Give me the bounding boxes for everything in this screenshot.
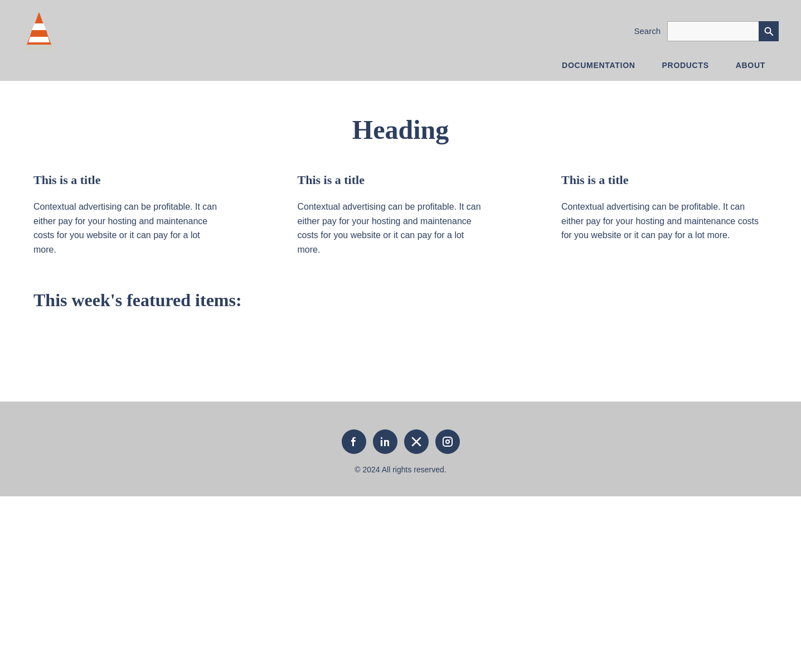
search-button[interactable] <box>759 21 779 41</box>
svg-rect-10 <box>443 437 452 446</box>
svg-marker-3 <box>28 37 50 42</box>
svg-point-9 <box>381 437 382 439</box>
nav-products[interactable]: PRODUCTS <box>649 57 722 73</box>
svg-rect-0 <box>25 45 53 50</box>
facebook-icon[interactable] <box>342 429 366 454</box>
page-heading: Heading <box>33 114 768 145</box>
card-2-text: Contextual advertising can be profitable… <box>298 200 487 257</box>
main-nav: DOCUMENTATION PRODUCTS ABOUT <box>22 57 779 81</box>
card-1: This is a title Contextual advertising c… <box>33 173 240 257</box>
card-1-title: This is a title <box>33 173 223 187</box>
nav-about[interactable]: ABOUT <box>722 57 779 73</box>
search-label: Search <box>634 26 661 36</box>
card-3-text: Contextual advertising can be profitable… <box>561 200 768 243</box>
linkedin-icon[interactable] <box>373 429 397 454</box>
featured-heading: This week's featured items: <box>33 290 768 311</box>
copyright-text: © 2024 All rights reserved. <box>355 465 446 474</box>
svg-point-12 <box>449 439 450 440</box>
svg-marker-2 <box>32 23 46 30</box>
nav-documentation[interactable]: DOCUMENTATION <box>548 57 648 73</box>
card-2: This is a title Contextual advertising c… <box>298 173 504 257</box>
x-twitter-icon[interactable] <box>404 429 429 454</box>
svg-rect-8 <box>381 440 382 446</box>
cards-row: This is a title Contextual advertising c… <box>33 173 768 257</box>
svg-point-11 <box>446 440 449 443</box>
search-icon <box>764 27 773 36</box>
social-icons-row <box>342 429 460 454</box>
logo[interactable] <box>22 10 56 52</box>
card-3: This is a title Contextual advertising c… <box>561 173 768 257</box>
card-3-title: This is a title <box>561 173 768 187</box>
footer: © 2024 All rights reserved. <box>0 402 801 496</box>
search-wrapper <box>667 21 779 41</box>
instagram-icon[interactable] <box>435 429 460 454</box>
logo-icon <box>22 10 56 52</box>
svg-marker-5 <box>36 12 42 20</box>
featured-section: This week's featured items: <box>33 290 768 346</box>
svg-marker-4 <box>30 30 48 37</box>
svg-line-7 <box>770 32 773 35</box>
card-2-title: This is a title <box>298 173 487 187</box>
card-1-text: Contextual advertising can be profitable… <box>33 200 223 257</box>
